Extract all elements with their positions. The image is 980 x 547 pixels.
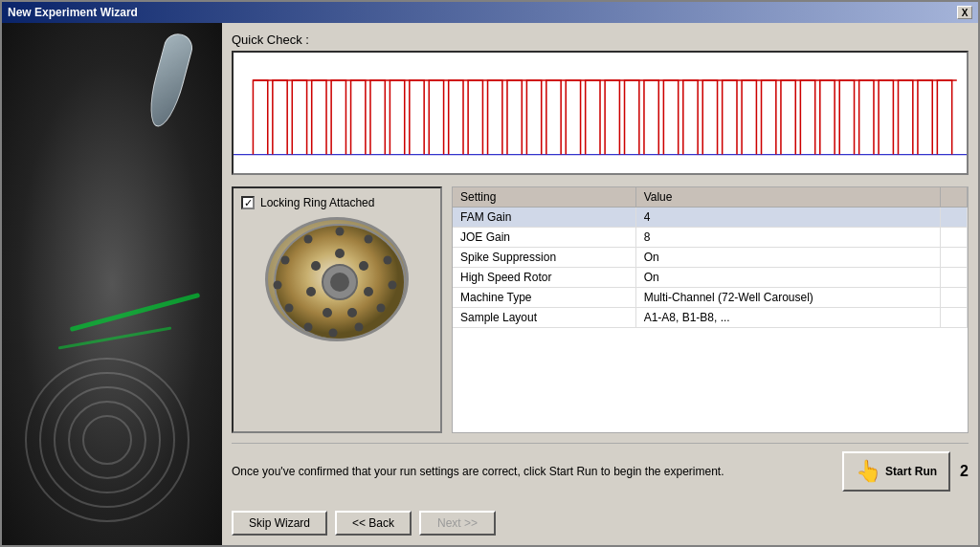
settings-table: Setting Value FAM Gain4JOE Gain8Spike Su… [452, 186, 969, 433]
svg-point-25 [304, 323, 313, 332]
value-cell: A1-A8, B1-B8, ... [635, 308, 940, 328]
value-cell: Multi-Channel (72-Well Carousel) [635, 288, 940, 308]
right-panel: Quick Check : 1 [222, 23, 978, 545]
value-cell: 4 [635, 208, 940, 228]
value-cell: On [635, 248, 940, 268]
back-button[interactable]: << Back [335, 511, 412, 536]
start-run-button[interactable]: 👆 Start Run [842, 451, 950, 492]
svg-point-3 [69, 402, 145, 478]
setting-cell: JOE Gain [453, 228, 635, 248]
svg-point-27 [274, 281, 282, 290]
laser-line-1 [70, 293, 201, 332]
locking-ring-box: ✓ Locking Ring Attached [232, 186, 442, 433]
svg-point-26 [285, 304, 294, 313]
skip-wizard-button[interactable]: Skip Wizard [232, 511, 327, 536]
rotor-image [265, 217, 409, 341]
bottom-instruction-text: Once you've confirmed that your run sett… [232, 464, 833, 480]
value-cell: 8 [635, 228, 940, 248]
svg-point-22 [377, 304, 386, 313]
next-button: Next >> [419, 511, 496, 536]
svg-point-18 [336, 228, 345, 236]
table-row: FAM Gain4 [453, 208, 968, 228]
table-row: Sample LayoutA1-A8, B1-B8, ... [453, 308, 968, 328]
svg-point-2 [55, 387, 160, 492]
callout-1: 1 [977, 110, 978, 127]
close-button[interactable]: X [957, 6, 972, 19]
extra-header [941, 187, 968, 208]
svg-point-20 [384, 256, 392, 265]
svg-point-14 [347, 308, 357, 317]
start-run-container: 👆 Start Run 2 [842, 451, 969, 492]
title-bar: New Experiment Wizard X [2, 2, 978, 23]
setting-header: Setting [453, 187, 635, 208]
svg-point-4 [83, 416, 131, 464]
middle-section: ✓ Locking Ring Attached [232, 186, 969, 433]
svg-point-24 [329, 329, 338, 338]
svg-point-21 [389, 281, 397, 290]
setting-cell: Sample Layout [453, 308, 635, 328]
table-row: Spike SuppressionOn [453, 248, 968, 268]
setting-cell: Spike Suppression [453, 248, 635, 268]
locking-ring-label: Locking Ring Attached [260, 196, 374, 209]
svg-point-13 [364, 287, 373, 296]
callout-2: 2 [960, 463, 969, 480]
rotor-background-image [2, 23, 222, 545]
locking-ring-checkbox-row: ✓ Locking Ring Attached [241, 196, 374, 209]
svg-point-15 [323, 308, 332, 317]
svg-point-0 [26, 359, 189, 521]
setting-cell: High Speed Rotor [453, 268, 635, 288]
svg-point-1 [40, 373, 174, 507]
quick-check-chart [232, 51, 969, 175]
table-row: JOE Gain8 [453, 228, 968, 248]
rotor-decoration [21, 354, 193, 526]
setting-cell: Machine Type [453, 288, 635, 308]
quick-check-label: Quick Check : [232, 33, 969, 47]
value-header: Value [635, 187, 940, 208]
start-run-label: Start Run [885, 465, 937, 478]
start-run-icon: 👆 [856, 459, 881, 484]
test-tube-image [144, 31, 196, 130]
value-cell: On [635, 268, 940, 288]
main-content: Quick Check : 1 [2, 23, 978, 545]
setting-cell: FAM Gain [453, 208, 635, 228]
footer-buttons: Skip Wizard << Back Next >> [232, 507, 969, 536]
left-panel [2, 23, 222, 545]
svg-point-23 [355, 323, 364, 332]
svg-point-28 [281, 256, 290, 265]
locking-ring-checkbox[interactable]: ✓ [241, 196, 255, 209]
svg-point-16 [306, 287, 316, 296]
window-title: New Experiment Wizard [8, 6, 138, 19]
chart-container: 1 [232, 51, 969, 186]
svg-point-10 [330, 273, 349, 292]
svg-point-11 [335, 249, 345, 258]
bottom-section: Once you've confirmed that your run sett… [232, 443, 969, 499]
main-window: New Experiment Wizard X [0, 0, 980, 547]
svg-point-19 [365, 235, 373, 244]
svg-point-17 [311, 261, 321, 271]
table-row: High Speed RotorOn [453, 268, 968, 288]
svg-point-12 [359, 261, 368, 271]
svg-point-29 [304, 235, 313, 244]
table-row: Machine TypeMulti-Channel (72-Well Carou… [453, 288, 968, 308]
